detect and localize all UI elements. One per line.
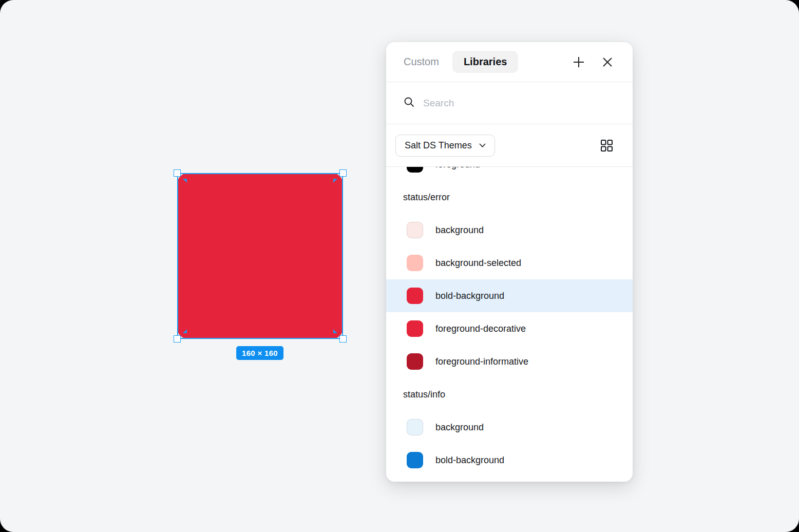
color-label: bold-background [435,455,504,466]
color-list-item[interactable]: background-selected [386,246,633,279]
section-header: status/info [386,378,633,411]
corner-radius-handle[interactable] [183,329,187,333]
resize-handle-top-left[interactable] [174,169,181,177]
color-swatch [407,452,423,468]
color-label: foreground-decorative [435,324,526,334]
dimension-badge: 160 × 160 [236,346,283,360]
tab-custom[interactable]: Custom [404,56,439,68]
color-swatch [407,288,423,304]
color-list-item[interactable]: background [386,214,633,246]
color-swatch [407,353,423,370]
color-list-item[interactable]: foreground-decorative [386,312,633,345]
color-list-item[interactable]: foreground-informative [386,345,633,378]
color-label: bold-background [435,291,504,301]
corner-radius-handle[interactable] [333,179,337,183]
color-swatch [407,255,423,271]
resize-handle-bottom-left[interactable] [174,335,181,343]
color-label: foreground [435,167,480,170]
search-bar [386,82,633,124]
library-selector-dropdown[interactable]: Salt DS Themes [395,135,495,157]
selected-rectangle[interactable] [177,173,343,339]
corner-radius-handle[interactable] [333,329,337,333]
search-input[interactable] [423,98,615,109]
color-list-content: foregroundstatus/errorbackgroundbackgrou… [386,167,633,477]
library-selector-value: Salt DS Themes [405,140,472,151]
tab-libraries[interactable]: Libraries [452,51,518,73]
grid-view-icon[interactable] [599,138,614,153]
resize-handle-bottom-right[interactable] [339,335,347,343]
color-list-item[interactable]: background [386,411,633,444]
color-label: background [435,422,484,433]
color-list: foregroundstatus/errorbackgroundbackgrou… [386,167,633,482]
chevron-down-icon [479,141,486,150]
panel-header: Custom Libraries [386,42,633,82]
color-list-item[interactable]: bold-background [386,444,633,477]
color-swatch [407,167,423,173]
color-label: background-selected [435,258,521,269]
close-icon[interactable] [600,54,615,70]
libraries-panel: Custom Libraries Salt DS Themes [386,42,633,482]
color-swatch [407,419,423,435]
resize-handle-top-right[interactable] [339,169,347,177]
color-list-item[interactable]: bold-background [386,279,633,312]
figma-canvas: 160 × 160 Custom Libraries Salt DS Theme… [0,0,799,532]
plus-icon[interactable] [571,54,586,70]
search-icon [404,97,415,110]
color-swatch [407,222,423,238]
library-toolbar: Salt DS Themes [386,124,633,167]
section-header: status/error [386,181,633,214]
color-list-item[interactable]: foreground [386,167,633,181]
color-swatch [407,320,423,337]
color-label: foreground-informative [435,356,528,367]
corner-radius-handle[interactable] [183,179,187,183]
color-label: background [435,225,484,236]
